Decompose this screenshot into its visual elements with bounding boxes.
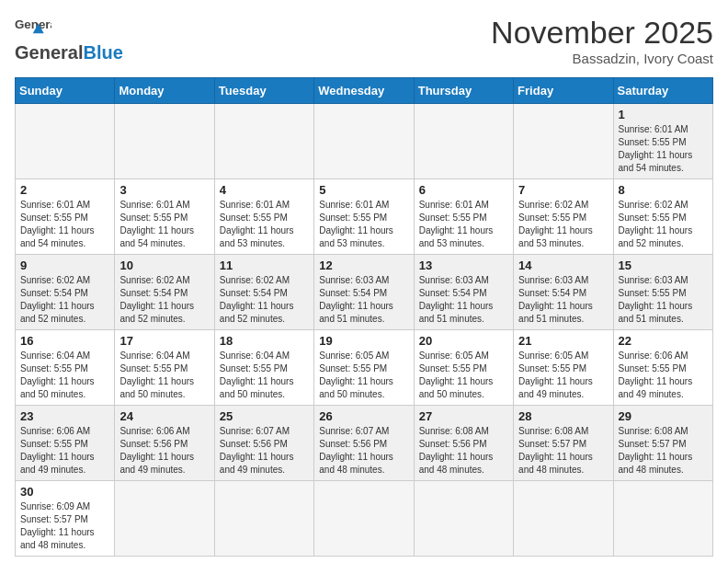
calendar-day-cell: 4Sunrise: 6:01 AM Sunset: 5:55 PM Daylig… (214, 179, 313, 255)
day-info: Sunrise: 6:03 AM Sunset: 5:54 PM Dayligh… (319, 274, 408, 326)
day-info: Sunrise: 6:01 AM Sunset: 5:55 PM Dayligh… (20, 199, 109, 250)
day-number: 3 (119, 183, 209, 197)
calendar-day-cell: 20Sunrise: 6:05 AM Sunset: 5:55 PM Dayli… (414, 330, 513, 406)
day-info: Sunrise: 6:03 AM Sunset: 5:54 PM Dayligh… (419, 274, 508, 326)
calendar-day-cell (314, 104, 414, 179)
day-info: Sunrise: 6:06 AM Sunset: 5:55 PM Dayligh… (20, 425, 109, 477)
calendar-day-cell: 13Sunrise: 6:03 AM Sunset: 5:54 PM Dayli… (414, 255, 513, 330)
day-number: 25 (220, 409, 309, 423)
calendar-day-cell: 23Sunrise: 6:06 AM Sunset: 5:55 PM Dayli… (16, 406, 115, 481)
day-number: 20 (419, 334, 508, 348)
day-of-week-header: Monday (115, 78, 214, 104)
day-of-week-header: Tuesday (214, 78, 313, 104)
day-of-week-header: Thursday (414, 78, 513, 104)
day-info: Sunrise: 6:07 AM Sunset: 5:56 PM Dayligh… (220, 425, 309, 477)
day-number: 22 (619, 334, 708, 348)
day-of-week-header: Friday (514, 78, 613, 104)
calendar-day-cell: 26Sunrise: 6:07 AM Sunset: 5:56 PM Dayli… (314, 406, 414, 481)
svg-text:General: General (15, 17, 51, 31)
day-info: Sunrise: 6:06 AM Sunset: 5:56 PM Dayligh… (119, 425, 209, 477)
day-number: 1 (619, 108, 708, 121)
calendar-day-cell (16, 104, 115, 179)
calendar-week-row: 30Sunrise: 6:09 AM Sunset: 5:57 PM Dayli… (16, 481, 713, 557)
day-number: 29 (619, 409, 708, 423)
calendar-day-cell: 15Sunrise: 6:03 AM Sunset: 5:55 PM Dayli… (613, 255, 712, 330)
day-number: 6 (419, 183, 508, 197)
calendar-day-cell: 11Sunrise: 6:02 AM Sunset: 5:54 PM Dayli… (214, 255, 313, 330)
day-number: 11 (220, 259, 309, 272)
calendar-day-cell: 9Sunrise: 6:02 AM Sunset: 5:54 PM Daylig… (16, 255, 115, 330)
day-info: Sunrise: 6:08 AM Sunset: 5:57 PM Dayligh… (619, 425, 708, 477)
calendar-day-cell (414, 481, 513, 557)
logo-blue: Blue (83, 42, 122, 63)
month-title: November 2025 (491, 15, 713, 51)
calendar-day-cell: 2Sunrise: 6:01 AM Sunset: 5:55 PM Daylig… (16, 179, 115, 255)
day-number: 5 (319, 183, 408, 197)
day-number: 26 (319, 409, 408, 423)
day-number: 19 (319, 334, 408, 348)
calendar-day-cell: 19Sunrise: 6:05 AM Sunset: 5:55 PM Dayli… (314, 330, 414, 406)
calendar-week-row: 16Sunrise: 6:04 AM Sunset: 5:55 PM Dayli… (16, 330, 713, 406)
day-info: Sunrise: 6:02 AM Sunset: 5:54 PM Dayligh… (119, 274, 209, 326)
title-block: November 2025 Bassadzin, Ivory Coast (491, 15, 713, 66)
day-number: 21 (518, 334, 608, 348)
calendar-day-cell (314, 481, 414, 557)
day-number: 15 (619, 259, 708, 272)
calendar-day-cell: 12Sunrise: 6:03 AM Sunset: 5:54 PM Dayli… (314, 255, 414, 330)
calendar-day-cell (514, 104, 613, 179)
calendar-day-cell: 25Sunrise: 6:07 AM Sunset: 5:56 PM Dayli… (214, 406, 313, 481)
day-info: Sunrise: 6:02 AM Sunset: 5:55 PM Dayligh… (619, 199, 708, 250)
day-info: Sunrise: 6:08 AM Sunset: 5:57 PM Dayligh… (518, 425, 608, 477)
day-info: Sunrise: 6:05 AM Sunset: 5:55 PM Dayligh… (518, 350, 608, 401)
page-header: General GeneralBlue November 2025 Bassad… (15, 15, 713, 66)
day-number: 14 (518, 259, 608, 272)
calendar-day-cell (214, 481, 313, 557)
day-info: Sunrise: 6:01 AM Sunset: 5:55 PM Dayligh… (119, 199, 209, 250)
day-of-week-header: Wednesday (314, 78, 414, 104)
day-number: 27 (419, 409, 508, 423)
day-number: 2 (20, 183, 109, 197)
calendar-day-cell: 1Sunrise: 6:01 AM Sunset: 5:55 PM Daylig… (613, 104, 712, 179)
calendar-week-row: 23Sunrise: 6:06 AM Sunset: 5:55 PM Dayli… (16, 406, 713, 481)
calendar-day-cell: 3Sunrise: 6:01 AM Sunset: 5:55 PM Daylig… (115, 179, 214, 255)
day-info: Sunrise: 6:02 AM Sunset: 5:54 PM Dayligh… (20, 274, 109, 326)
calendar-header-row: SundayMondayTuesdayWednesdayThursdayFrid… (16, 78, 713, 104)
day-number: 8 (619, 183, 708, 197)
day-number: 28 (518, 409, 608, 423)
calendar-day-cell: 16Sunrise: 6:04 AM Sunset: 5:55 PM Dayli… (16, 330, 115, 406)
calendar-day-cell: 28Sunrise: 6:08 AM Sunset: 5:57 PM Dayli… (514, 406, 613, 481)
day-number: 12 (319, 259, 408, 272)
calendar-day-cell: 10Sunrise: 6:02 AM Sunset: 5:54 PM Dayli… (115, 255, 214, 330)
day-info: Sunrise: 6:01 AM Sunset: 5:55 PM Dayligh… (220, 199, 309, 250)
day-number: 7 (518, 183, 608, 197)
logo-icon: General (15, 15, 51, 40)
logo-general: General (15, 42, 83, 63)
calendar-day-cell: 7Sunrise: 6:02 AM Sunset: 5:55 PM Daylig… (514, 179, 613, 255)
day-info: Sunrise: 6:07 AM Sunset: 5:56 PM Dayligh… (319, 425, 408, 477)
calendar-day-cell (115, 104, 214, 179)
calendar-day-cell: 22Sunrise: 6:06 AM Sunset: 5:55 PM Dayli… (613, 330, 712, 406)
day-info: Sunrise: 6:04 AM Sunset: 5:55 PM Dayligh… (119, 350, 209, 401)
calendar-day-cell: 17Sunrise: 6:04 AM Sunset: 5:55 PM Dayli… (115, 330, 214, 406)
day-info: Sunrise: 6:04 AM Sunset: 5:55 PM Dayligh… (20, 350, 109, 401)
day-number: 24 (119, 409, 209, 423)
calendar-day-cell: 5Sunrise: 6:01 AM Sunset: 5:55 PM Daylig… (314, 179, 414, 255)
day-info: Sunrise: 6:02 AM Sunset: 5:54 PM Dayligh… (220, 274, 309, 326)
calendar-day-cell: 14Sunrise: 6:03 AM Sunset: 5:54 PM Dayli… (514, 255, 613, 330)
day-info: Sunrise: 6:06 AM Sunset: 5:55 PM Dayligh… (619, 350, 708, 401)
calendar-week-row: 2Sunrise: 6:01 AM Sunset: 5:55 PM Daylig… (16, 179, 713, 255)
day-number: 13 (419, 259, 508, 272)
day-info: Sunrise: 6:01 AM Sunset: 5:55 PM Dayligh… (319, 199, 408, 250)
day-info: Sunrise: 6:03 AM Sunset: 5:55 PM Dayligh… (619, 274, 708, 326)
day-number: 17 (119, 334, 209, 348)
day-info: Sunrise: 6:09 AM Sunset: 5:57 PM Dayligh… (20, 500, 109, 552)
day-info: Sunrise: 6:08 AM Sunset: 5:56 PM Dayligh… (419, 425, 508, 477)
day-info: Sunrise: 6:03 AM Sunset: 5:54 PM Dayligh… (518, 274, 608, 326)
logo: General GeneralBlue (15, 15, 123, 63)
calendar-day-cell: 24Sunrise: 6:06 AM Sunset: 5:56 PM Dayli… (115, 406, 214, 481)
calendar-day-cell: 30Sunrise: 6:09 AM Sunset: 5:57 PM Dayli… (16, 481, 115, 557)
calendar-day-cell (514, 481, 613, 557)
calendar-day-cell: 18Sunrise: 6:04 AM Sunset: 5:55 PM Dayli… (214, 330, 313, 406)
calendar-table: SundayMondayTuesdayWednesdayThursdayFrid… (15, 77, 713, 557)
calendar-day-cell: 8Sunrise: 6:02 AM Sunset: 5:55 PM Daylig… (613, 179, 712, 255)
